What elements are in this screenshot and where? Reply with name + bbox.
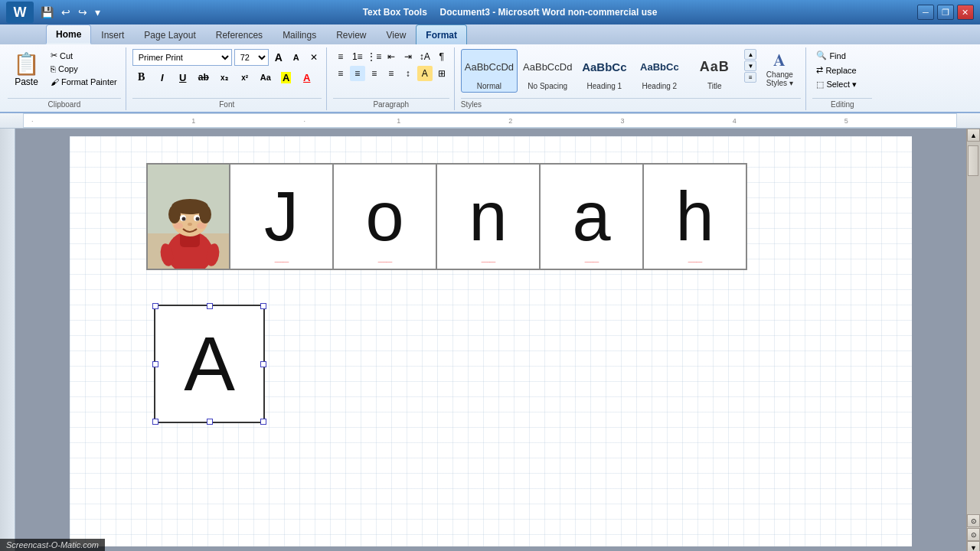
find-icon: 🔍 <box>816 51 827 60</box>
paste-button[interactable]: 📋 Paste <box>8 49 45 90</box>
select-icon: ⬚ <box>816 80 824 90</box>
scroll-up-button[interactable]: ▲ <box>967 129 980 142</box>
underline-button[interactable]: U <box>174 69 192 86</box>
style-title[interactable]: AaB Title <box>688 49 741 93</box>
strikethrough-button[interactable]: ab <box>194 69 213 86</box>
styles-scroll-up[interactable]: ▲ <box>744 49 756 60</box>
paste-icon: 📋 <box>13 51 40 77</box>
numbering-button[interactable]: 1≡ <box>350 49 365 64</box>
handle-middle-right[interactable] <box>260 361 266 367</box>
handle-top-middle[interactable] <box>207 303 213 309</box>
document[interactable]: J o n a h A <box>70 136 912 546</box>
text-box-letter: A <box>184 320 235 408</box>
restore-button[interactable]: ❐ <box>937 5 954 20</box>
subscript-button[interactable]: x₂ <box>215 69 234 86</box>
highlight-color-button[interactable]: A <box>277 69 296 86</box>
styles-scroll: ▲ ▼ ≡ <box>744 49 756 83</box>
copy-button[interactable]: ⎘ Copy <box>47 63 121 75</box>
handle-middle-left[interactable] <box>152 361 158 367</box>
style-heading2-label: Heading 2 <box>642 82 678 90</box>
change-styles-icon: 𝐀 <box>773 51 786 70</box>
bold-button[interactable]: B <box>132 69 151 86</box>
svg-point-13 <box>174 223 183 229</box>
decrease-indent-button[interactable]: ⇤ <box>384 49 399 64</box>
quick-access-more-button[interactable]: ▾ <box>93 5 103 20</box>
clipboard-group-content: 📋 Paste ✂ Cut ⎘ Copy 🖌 Format Painter <box>8 47 121 98</box>
ribbon-content: 📋 Paste ✂ Cut ⎘ Copy 🖌 Format Painter <box>0 44 980 112</box>
scroll-down-button[interactable]: ▼ <box>967 541 980 551</box>
find-button[interactable]: 🔍 Find <box>812 49 849 62</box>
tab-insert[interactable]: Insert <box>91 24 134 44</box>
tab-view[interactable]: View <box>377 24 416 44</box>
align-center-button[interactable]: ≡ <box>350 66 365 81</box>
undo-button[interactable]: ↩ <box>59 5 73 20</box>
tab-review[interactable]: Review <box>326 24 376 44</box>
increase-indent-button[interactable]: ⇥ <box>400 49 416 64</box>
cut-icon: ✂ <box>51 51 57 60</box>
show-formatting-button[interactable]: ¶ <box>434 49 449 64</box>
style-no-spacing[interactable]: AaBbCcDd No Spacing <box>519 49 576 93</box>
handle-bottom-right[interactable] <box>260 419 266 425</box>
format-painter-icon: 🖌 <box>51 77 59 86</box>
tab-page-layout[interactable]: Page Layout <box>134 24 205 44</box>
shrink-font-button[interactable]: A <box>289 50 304 65</box>
document-area[interactable]: J o n a h A <box>15 129 966 551</box>
save-button[interactable]: 💾 <box>38 5 56 20</box>
style-title-preview: AaB <box>700 51 730 82</box>
grow-font-button[interactable]: A <box>271 50 286 65</box>
line-spacing-button[interactable]: ↕ <box>400 66 416 81</box>
font-name-select[interactable]: Primer Print <box>132 49 232 66</box>
borders-button[interactable]: ⊞ <box>434 66 449 81</box>
handle-top-right[interactable] <box>260 303 266 309</box>
scroll-prev-page[interactable]: ⊙ <box>967 514 980 527</box>
cut-button[interactable]: ✂ Cut <box>47 49 121 62</box>
style-heading1[interactable]: AaBbCc Heading 1 <box>577 49 631 93</box>
font-color-button[interactable]: A <box>298 69 316 86</box>
multilevel-list-button[interactable]: ⋮≡ <box>367 49 382 64</box>
selected-text-box[interactable]: A <box>154 305 265 423</box>
title-bar-title: Text Box Tools Document3 - Microsoft Wor… <box>363 7 658 18</box>
change-styles-button[interactable]: 𝐀 ChangeStyles ▾ <box>758 49 801 89</box>
style-normal[interactable]: AaBbCcDd Normal <box>461 49 518 93</box>
sort-button[interactable]: ↕A <box>417 49 433 64</box>
tab-format[interactable]: Format <box>416 24 467 44</box>
styles-scroll-down[interactable]: ▼ <box>744 60 756 71</box>
tab-mailings[interactable]: Mailings <box>273 24 326 44</box>
editing-group: 🔍 Find ⇄ Replace ⬚ Select ▾ Editing <box>808 47 877 110</box>
align-right-button[interactable]: ≡ <box>367 66 382 81</box>
watermark: Screencast-O-Matic.com <box>0 539 105 551</box>
style-no-spacing-label: No Spacing <box>528 82 567 90</box>
replace-button[interactable]: ⇄ Replace <box>812 64 860 77</box>
format-painter-button[interactable]: 🖌 Format Painter <box>47 76 121 88</box>
clipboard-small-buttons: ✂ Cut ⎘ Copy 🖌 Format Painter <box>47 49 121 88</box>
superscript-button[interactable]: x² <box>236 69 254 86</box>
style-heading2[interactable]: AaBbCc Heading 2 <box>632 49 686 93</box>
styles-expand[interactable]: ≡ <box>744 72 756 83</box>
paragraph-group-content: ≡ 1≡ ⋮≡ ⇤ ⇥ ↕A ¶ ≡ ≡ ≡ ≡ ↕ A <box>333 47 449 98</box>
tabs-bar: Home Insert Page Layout References Maili… <box>0 24 980 44</box>
shading-button[interactable]: A <box>417 66 433 81</box>
align-left-button[interactable]: ≡ <box>333 66 348 81</box>
italic-button[interactable]: I <box>153 69 172 86</box>
tab-home[interactable]: Home <box>46 24 91 44</box>
scroll-next-page[interactable]: ⊙ <box>967 528 980 541</box>
select-button[interactable]: ⬚ Select ▾ <box>812 78 861 91</box>
font-group-label: Font <box>132 98 322 110</box>
scroll-thumb[interactable] <box>968 145 978 176</box>
bullets-button[interactable]: ≡ <box>333 49 348 64</box>
scroll-track[interactable] <box>967 142 980 514</box>
redo-button[interactable]: ↪ <box>76 5 90 20</box>
clear-format-button[interactable]: ✕ <box>306 50 322 65</box>
handle-top-left[interactable] <box>152 303 158 309</box>
close-button[interactable]: ✕ <box>957 5 974 20</box>
clipboard-group: 📋 Paste ✂ Cut ⎘ Copy 🖌 Format Painter <box>3 47 126 110</box>
handle-bottom-left[interactable] <box>152 419 158 425</box>
tab-references[interactable]: References <box>206 24 273 44</box>
child-photo <box>148 165 230 270</box>
justify-button[interactable]: ≡ <box>384 66 399 81</box>
font-size-select[interactable]: 72 <box>234 49 269 66</box>
change-case-button[interactable]: Aa <box>256 69 275 86</box>
handle-bottom-middle[interactable] <box>207 419 213 425</box>
styles-group: AaBbCcDd Normal AaBbCcDd No Spacing <box>456 47 807 110</box>
minimize-button[interactable]: ─ <box>917 5 934 20</box>
